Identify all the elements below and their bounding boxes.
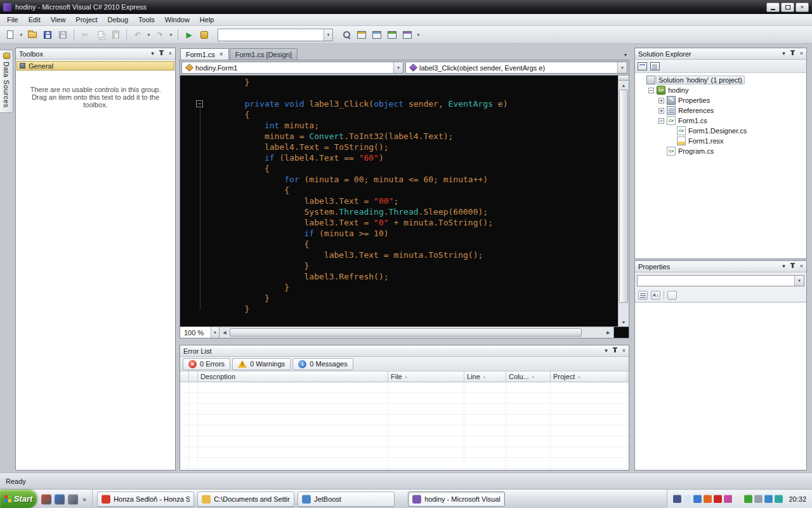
code-line[interactable]: } [180,304,618,314]
types-combobox-dropdown[interactable]: ▾ [393,62,403,73]
save-all-button[interactable] [56,28,70,42]
close-icon[interactable]: × [622,348,625,354]
restore-button[interactable] [781,3,794,12]
horizontal-scrollbar-thumb[interactable] [230,328,582,337]
quick-launch-icon[interactable] [41,494,51,504]
horizontal-scrollbar[interactable]: ◀ ▶ [219,327,613,338]
scroll-up-icon[interactable]: ▲ [619,81,629,90]
plus-expander-icon[interactable]: + [658,98,664,104]
tray-icon[interactable] [714,495,722,503]
error-column-header[interactable]: Colu...▲ [506,371,551,382]
find-button[interactable] [339,28,353,42]
window-position-dropdown-icon[interactable]: ▾ [782,51,785,57]
menu-view[interactable]: View [46,15,71,25]
quick-launch-icon[interactable] [68,494,78,504]
code-line[interactable]: if (minuta >= 10) [180,228,618,239]
error-column-header[interactable] [180,371,189,382]
tray-icon[interactable] [734,495,742,503]
tree-node-references[interactable]: +References [635,105,806,116]
menu-project[interactable]: Project [70,15,102,25]
cut-button[interactable]: ✂ [78,28,92,42]
new-item-dropdown[interactable]: ▾ [18,32,24,37]
toolbox-group-general[interactable]: General [16,61,174,70]
document-list-dropdown[interactable]: ▾ [624,52,627,58]
code-line[interactable]: } [180,293,618,304]
tray-icon[interactable] [724,495,732,503]
code-line[interactable]: int minuta; [180,120,618,131]
properties-titlebar[interactable]: Properties ▾ × [635,261,806,272]
menu-file[interactable]: File [2,15,23,25]
scroll-left-icon[interactable]: ◀ [219,330,230,335]
vertical-scrollbar[interactable]: ▲ ▼ [618,76,629,326]
data-sources-tab[interactable]: Data Sources [0,50,13,113]
show-all-files-icon[interactable] [650,62,660,70]
tree-node-form1-resx[interactable]: Form1.resx [635,136,806,146]
properties-page-icon[interactable] [638,62,647,70]
tray-icon[interactable] [744,495,752,503]
window-position-dropdown-icon[interactable]: ▾ [151,51,154,57]
quick-launch-expand-icon[interactable]: » [81,495,88,503]
open-file-button[interactable] [25,28,39,42]
code-line[interactable]: for (minuta = 00; minuta <= 60; minuta++… [180,174,618,185]
redo-dropdown[interactable]: ▾ [168,32,174,37]
code-line[interactable]: System.Threading.Thread.Sleep(60000); [180,206,618,217]
minus-expander-icon[interactable]: − [658,118,664,124]
taskbar-task[interactable]: JetBoost [298,491,395,507]
tray-icon[interactable] [693,495,702,503]
tray-icon[interactable] [673,495,681,503]
errors-filter-button[interactable]: 0 Errors [183,358,230,370]
quick-launch-icon[interactable] [55,494,65,504]
scroll-down-icon[interactable]: ▼ [619,318,629,326]
tree-node-form1-cs[interactable]: −C#Form1.cs [635,116,806,126]
scroll-right-icon[interactable]: ▶ [603,330,613,335]
taskbar-task[interactable]: hodiny - Microsoft Visual ... [408,491,505,507]
code-editor[interactable]: }− private void label3_Click(object send… [180,75,629,327]
redo-button[interactable]: ↷ [153,28,167,42]
tree-node-hodiny[interactable]: −C#hodiny [635,85,806,95]
toolbar-combobox[interactable]: ▾ [218,29,333,41]
pin-icon[interactable] [159,50,164,57]
warnings-filter-button[interactable]: 0 Warnings [232,358,291,370]
pin-icon[interactable] [790,50,796,57]
toolbar-options-dropdown[interactable]: ▾ [416,32,421,37]
code-line[interactable]: − private void label3_Click(object sende… [180,98,618,109]
minimize-button[interactable] [766,3,780,12]
build-button[interactable] [197,28,211,42]
code-line[interactable]: if (label4.Text == "60") [180,152,618,163]
members-combobox[interactable]: label3_Click(object sender, EventArgs e)… [405,62,627,74]
find-in-files-button[interactable] [355,28,369,42]
tray-icon[interactable] [704,495,712,503]
code-line[interactable]: { [180,239,618,250]
menu-debug[interactable]: Debug [103,15,133,25]
window-position-dropdown-icon[interactable]: ▾ [782,264,785,269]
paste-button[interactable] [108,28,122,42]
solution-explorer-titlebar[interactable]: Solution Explorer ▾ × [635,48,806,60]
tree-node-program-cs[interactable]: C#Program.cs [635,146,806,156]
tray-icon[interactable] [754,495,763,503]
error-column-header[interactable]: File▲ [388,371,464,382]
close-tab-icon[interactable]: × [219,51,223,58]
solution-explorer-button[interactable] [370,28,384,42]
code-line[interactable] [180,314,618,325]
splitter-handle[interactable] [619,76,629,81]
zoom-combobox[interactable]: 100 % ▾ [180,327,219,338]
code-line[interactable]: { [180,109,618,120]
minus-expander-icon[interactable]: − [648,88,654,93]
code-line[interactable]: } [180,260,618,271]
taskbar-task[interactable]: C:\Documents and Settings\... [197,491,294,507]
undo-button[interactable]: ↶ [131,28,145,42]
error-column-header[interactable]: Description [198,371,388,382]
code-line[interactable]: } [180,282,618,293]
code-line[interactable]: } [180,77,618,88]
close-icon[interactable]: × [169,51,172,57]
menu-help[interactable]: Help [195,15,219,25]
toolbox-titlebar[interactable]: Toolbox ▾ × [16,48,175,60]
pin-icon[interactable] [790,263,796,270]
combobox-dropdown-icon[interactable]: ▾ [794,276,804,286]
close-icon[interactable]: × [800,51,803,57]
code-line[interactable]: label3.Text = "0" + minuta.ToString(); [180,217,618,228]
vertical-scrollbar-thumb[interactable] [619,90,628,303]
property-pages-icon[interactable] [667,291,677,300]
types-combobox[interactable]: hodiny.Form1 ▾ [181,62,403,74]
close-icon[interactable]: × [800,264,803,269]
